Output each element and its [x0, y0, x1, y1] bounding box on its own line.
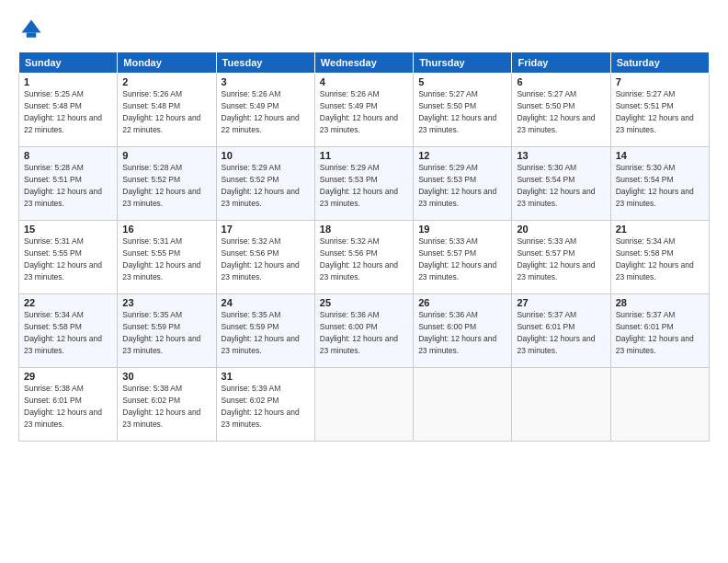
calendar-cell: 15 Sunrise: 5:31 AMSunset: 5:55 PMDaylig…: [19, 221, 118, 294]
day-detail: Sunrise: 5:28 AMSunset: 5:51 PMDaylight:…: [24, 163, 102, 208]
weekday-header-monday: Monday: [118, 52, 216, 74]
day-detail: Sunrise: 5:32 AMSunset: 5:56 PMDaylight:…: [222, 236, 300, 282]
weekday-header-saturday: Saturday: [610, 52, 709, 74]
calendar-cell: 22 Sunrise: 5:34 AMSunset: 5:58 PMDaylig…: [19, 294, 118, 368]
day-number: 27: [517, 297, 605, 308]
day-detail: Sunrise: 5:29 AMSunset: 5:53 PMDaylight:…: [418, 163, 496, 208]
day-number: 31: [222, 371, 310, 382]
weekday-header-sunday: Sunday: [19, 52, 118, 74]
day-detail: Sunrise: 5:36 AMSunset: 6:00 PMDaylight:…: [418, 310, 496, 355]
day-detail: Sunrise: 5:37 AMSunset: 6:01 PMDaylight:…: [517, 310, 595, 355]
day-detail: Sunrise: 5:30 AMSunset: 5:54 PMDaylight:…: [517, 163, 595, 208]
day-detail: Sunrise: 5:38 AMSunset: 6:01 PMDaylight:…: [24, 384, 102, 429]
calendar-cell: [610, 368, 709, 442]
calendar-week-row: 1 Sunrise: 5:25 AMSunset: 5:48 PMDayligh…: [19, 74, 710, 147]
day-number: 10: [222, 150, 310, 161]
day-number: 18: [320, 224, 408, 235]
calendar-cell: 17 Sunrise: 5:32 AMSunset: 5:56 PMDaylig…: [216, 221, 314, 294]
day-number: 8: [24, 150, 112, 161]
page-header: [18, 17, 710, 42]
weekday-header-row: SundayMondayTuesdayWednesdayThursdayFrid…: [19, 52, 710, 74]
day-detail: Sunrise: 5:26 AMSunset: 5:49 PMDaylight:…: [320, 89, 398, 134]
calendar-cell: 26 Sunrise: 5:36 AMSunset: 6:00 PMDaylig…: [414, 294, 512, 368]
calendar-cell: 13 Sunrise: 5:30 AMSunset: 5:54 PMDaylig…: [512, 147, 610, 221]
day-number: 16: [122, 224, 210, 235]
calendar-cell: 27 Sunrise: 5:37 AMSunset: 6:01 PMDaylig…: [512, 294, 610, 368]
day-number: 1: [24, 76, 112, 87]
day-detail: Sunrise: 5:35 AMSunset: 5:59 PMDaylight:…: [122, 310, 200, 355]
calendar-cell: 30 Sunrise: 5:38 AMSunset: 6:02 PMDaylig…: [118, 368, 216, 442]
calendar-cell: 16 Sunrise: 5:31 AMSunset: 5:55 PMDaylig…: [118, 221, 216, 294]
day-number: 25: [320, 297, 408, 308]
day-detail: Sunrise: 5:33 AMSunset: 5:57 PMDaylight:…: [418, 236, 496, 282]
calendar-cell: 8 Sunrise: 5:28 AMSunset: 5:51 PMDayligh…: [19, 147, 118, 221]
day-detail: Sunrise: 5:25 AMSunset: 5:48 PMDaylight:…: [24, 89, 102, 134]
calendar-cell: 10 Sunrise: 5:29 AMSunset: 5:52 PMDaylig…: [216, 147, 314, 221]
calendar-cell: 7 Sunrise: 5:27 AMSunset: 5:51 PMDayligh…: [610, 74, 709, 147]
day-number: 28: [616, 297, 704, 308]
day-number: 3: [222, 76, 310, 87]
day-detail: Sunrise: 5:38 AMSunset: 6:02 PMDaylight:…: [122, 384, 200, 429]
calendar-cell: 1 Sunrise: 5:25 AMSunset: 5:48 PMDayligh…: [19, 74, 118, 147]
day-detail: Sunrise: 5:27 AMSunset: 5:50 PMDaylight:…: [517, 89, 595, 134]
calendar-cell: [414, 368, 512, 442]
day-detail: Sunrise: 5:29 AMSunset: 5:52 PMDaylight:…: [222, 163, 300, 208]
calendar-week-row: 8 Sunrise: 5:28 AMSunset: 5:51 PMDayligh…: [19, 147, 710, 221]
day-number: 22: [24, 297, 112, 308]
day-detail: Sunrise: 5:36 AMSunset: 6:00 PMDaylight:…: [320, 310, 398, 355]
day-number: 23: [122, 297, 210, 308]
day-number: 14: [616, 150, 704, 161]
day-detail: Sunrise: 5:28 AMSunset: 5:52 PMDaylight:…: [122, 163, 200, 208]
weekday-header-tuesday: Tuesday: [216, 52, 314, 74]
weekday-header-wednesday: Wednesday: [314, 52, 413, 74]
calendar-cell: 31 Sunrise: 5:39 AMSunset: 6:02 PMDaylig…: [216, 368, 314, 442]
day-number: 5: [418, 76, 506, 87]
calendar-cell: 18 Sunrise: 5:32 AMSunset: 5:56 PMDaylig…: [314, 221, 413, 294]
day-detail: Sunrise: 5:31 AMSunset: 5:55 PMDaylight:…: [122, 236, 200, 282]
logo-icon: [18, 17, 44, 42]
day-detail: Sunrise: 5:26 AMSunset: 5:49 PMDaylight:…: [222, 89, 300, 134]
calendar-page: SundayMondayTuesdayWednesdayThursdayFrid…: [0, 0, 728, 563]
svg-rect-1: [27, 33, 37, 38]
day-number: 12: [418, 150, 506, 161]
calendar-cell: 11 Sunrise: 5:29 AMSunset: 5:53 PMDaylig…: [314, 147, 413, 221]
day-number: 26: [418, 297, 506, 308]
day-number: 20: [517, 224, 605, 235]
day-number: 4: [320, 76, 408, 87]
day-detail: Sunrise: 5:34 AMSunset: 5:58 PMDaylight:…: [24, 310, 102, 355]
calendar-cell: 23 Sunrise: 5:35 AMSunset: 5:59 PMDaylig…: [118, 294, 216, 368]
day-number: 2: [122, 76, 210, 87]
day-detail: Sunrise: 5:34 AMSunset: 5:58 PMDaylight:…: [616, 236, 694, 282]
calendar-cell: [512, 368, 610, 442]
calendar-week-row: 29 Sunrise: 5:38 AMSunset: 6:01 PMDaylig…: [19, 368, 710, 442]
day-detail: Sunrise: 5:35 AMSunset: 5:59 PMDaylight:…: [222, 310, 300, 355]
day-number: 7: [616, 76, 704, 87]
day-number: 9: [122, 150, 210, 161]
calendar-cell: [314, 368, 413, 442]
day-detail: Sunrise: 5:26 AMSunset: 5:48 PMDaylight:…: [122, 89, 200, 134]
day-number: 6: [517, 76, 605, 87]
day-number: 17: [222, 224, 310, 235]
svg-marker-0: [22, 20, 41, 33]
day-number: 21: [616, 224, 704, 235]
day-detail: Sunrise: 5:29 AMSunset: 5:53 PMDaylight:…: [320, 163, 398, 208]
calendar-cell: 24 Sunrise: 5:35 AMSunset: 5:59 PMDaylig…: [216, 294, 314, 368]
day-number: 15: [24, 224, 112, 235]
calendar-cell: 28 Sunrise: 5:37 AMSunset: 6:01 PMDaylig…: [610, 294, 709, 368]
day-detail: Sunrise: 5:33 AMSunset: 5:57 PMDaylight:…: [517, 236, 595, 282]
calendar-cell: 9 Sunrise: 5:28 AMSunset: 5:52 PMDayligh…: [118, 147, 216, 221]
day-detail: Sunrise: 5:39 AMSunset: 6:02 PMDaylight:…: [222, 384, 300, 429]
calendar-cell: 5 Sunrise: 5:27 AMSunset: 5:50 PMDayligh…: [414, 74, 512, 147]
calendar-cell: 14 Sunrise: 5:30 AMSunset: 5:54 PMDaylig…: [610, 147, 709, 221]
day-number: 29: [24, 371, 112, 382]
day-detail: Sunrise: 5:27 AMSunset: 5:51 PMDaylight:…: [616, 89, 694, 134]
day-detail: Sunrise: 5:31 AMSunset: 5:55 PMDaylight:…: [24, 236, 102, 282]
calendar-cell: 2 Sunrise: 5:26 AMSunset: 5:48 PMDayligh…: [118, 74, 216, 147]
calendar-cell: 4 Sunrise: 5:26 AMSunset: 5:49 PMDayligh…: [314, 74, 413, 147]
day-number: 24: [222, 297, 310, 308]
calendar-week-row: 15 Sunrise: 5:31 AMSunset: 5:55 PMDaylig…: [19, 221, 710, 294]
calendar-cell: 19 Sunrise: 5:33 AMSunset: 5:57 PMDaylig…: [414, 221, 512, 294]
calendar-cell: 25 Sunrise: 5:36 AMSunset: 6:00 PMDaylig…: [314, 294, 413, 368]
calendar-cell: 3 Sunrise: 5:26 AMSunset: 5:49 PMDayligh…: [216, 74, 314, 147]
weekday-header-friday: Friday: [512, 52, 610, 74]
